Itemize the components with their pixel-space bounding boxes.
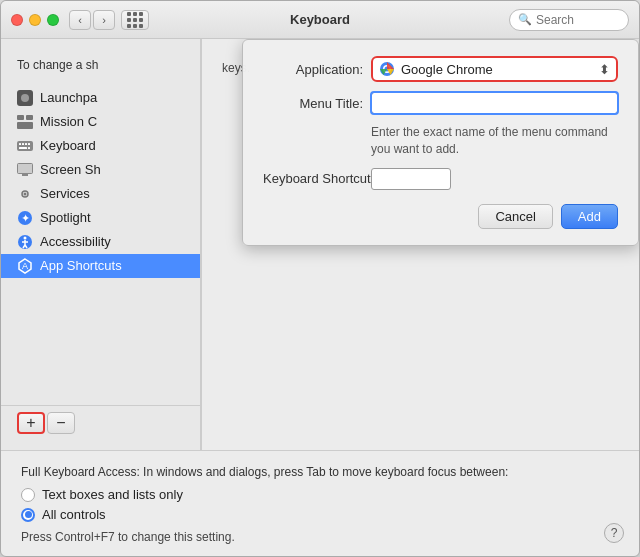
- window-title: Keyboard: [290, 12, 350, 27]
- svg-text:✦: ✦: [21, 212, 30, 224]
- help-button[interactable]: ?: [604, 523, 624, 543]
- svg-rect-9: [28, 143, 30, 145]
- keyboard-icon: [17, 138, 33, 154]
- application-label: Application:: [263, 62, 363, 77]
- sidebar-item-screen-shortcuts[interactable]: Screen Sh: [1, 158, 200, 182]
- keyboard-shortcut-row: Keyboard Shortcut:: [263, 168, 618, 190]
- radio-all-controls-label: All controls: [42, 507, 106, 522]
- main-panel: keys. ⇧⌘/ Application:: [202, 39, 639, 450]
- forward-button[interactable]: ›: [93, 10, 115, 30]
- search-bar[interactable]: 🔍: [509, 9, 629, 31]
- sidebar-item-launchpad[interactable]: Launchpa: [1, 86, 200, 110]
- svg-rect-10: [19, 147, 27, 149]
- spotlight-icon: ✦: [17, 210, 33, 226]
- add-button[interactable]: Add: [561, 204, 618, 229]
- popup-hint: Enter the exact name of the menu command…: [371, 124, 618, 158]
- remove-shortcut-button[interactable]: −: [47, 412, 75, 434]
- add-shortcut-button[interactable]: +: [17, 412, 45, 434]
- gear-icon: [17, 186, 33, 202]
- radio-text-boxes-label: Text boxes and lists only: [42, 487, 183, 502]
- sidebar-item-app-shortcuts[interactable]: A App Shortcuts: [1, 254, 200, 278]
- svg-rect-2: [17, 115, 24, 120]
- sidebar-item-services-label: Services: [40, 186, 90, 201]
- menu-title-label: Menu Title:: [263, 96, 363, 111]
- search-icon: 🔍: [518, 13, 532, 26]
- main-content: To change a sh Launchpa Mission C Keyboa…: [1, 39, 639, 450]
- bottom-bar: Full Keyboard Access: In windows and dia…: [1, 450, 639, 556]
- sidebar-item-keyboard-label: Keyboard: [40, 138, 96, 153]
- radio-item-all-controls[interactable]: All controls: [21, 507, 619, 522]
- svg-text:A: A: [22, 261, 28, 271]
- sidebar-description: To change a sh: [1, 49, 200, 86]
- traffic-lights: [11, 14, 59, 26]
- sidebar-item-mission-control-label: Mission C: [40, 114, 97, 129]
- add-shortcut-popup: Application: Google Chrome ⬍: [242, 39, 639, 246]
- radio-text-boxes[interactable]: [21, 488, 35, 502]
- maximize-button[interactable]: [47, 14, 59, 26]
- search-input[interactable]: [536, 13, 620, 27]
- sidebar-item-app-shortcuts-label: App Shortcuts: [40, 258, 122, 273]
- cancel-button[interactable]: Cancel: [478, 204, 552, 229]
- chrome-icon: [379, 61, 395, 77]
- selector-arrows-icon: ⬍: [599, 62, 610, 77]
- sidebar-bottom-buttons: + −: [1, 405, 200, 440]
- minimize-button[interactable]: [29, 14, 41, 26]
- sidebar: To change a sh Launchpa Mission C Keyboa…: [1, 39, 201, 450]
- sidebar-item-accessibility-label: Accessibility: [40, 234, 111, 249]
- radio-group: Text boxes and lists only All controls: [21, 487, 619, 522]
- sidebar-item-spotlight[interactable]: ✦ Spotlight: [1, 206, 200, 230]
- keyboard-shortcut-label: Keyboard Shortcut:: [263, 171, 363, 186]
- accessibility-icon: [17, 234, 33, 250]
- svg-rect-14: [22, 174, 28, 176]
- radio-item-text-boxes[interactable]: Text boxes and lists only: [21, 487, 619, 502]
- sidebar-item-spotlight-label: Spotlight: [40, 210, 91, 225]
- svg-rect-13: [18, 164, 32, 173]
- sidebar-item-services[interactable]: Services: [1, 182, 200, 206]
- app-shortcuts-icon: A: [17, 258, 33, 274]
- svg-rect-6: [19, 143, 21, 145]
- application-row: Application: Google Chrome ⬍: [263, 56, 618, 82]
- menu-title-input[interactable]: [371, 92, 618, 114]
- svg-rect-4: [17, 122, 33, 129]
- sidebar-item-screen-label: Screen Sh: [40, 162, 101, 177]
- svg-point-20: [24, 236, 27, 239]
- keyboard-preferences-window: ‹ › Keyboard 🔍 To change a sh La: [0, 0, 640, 557]
- svg-rect-7: [22, 143, 24, 145]
- sidebar-item-keyboard[interactable]: Keyboard: [1, 134, 200, 158]
- application-name: Google Chrome: [401, 62, 593, 77]
- sidebar-item-mission-control[interactable]: Mission C: [1, 110, 200, 134]
- popup-buttons: Cancel Add: [263, 204, 618, 229]
- svg-rect-3: [26, 115, 33, 120]
- screen-shortcuts-icon: [17, 162, 33, 178]
- mission-control-icon: [17, 114, 33, 130]
- sidebar-item-launchpad-label: Launchpa: [40, 90, 97, 105]
- nav-buttons: ‹ ›: [69, 10, 115, 30]
- titlebar: ‹ › Keyboard 🔍: [1, 1, 639, 39]
- launchpad-icon: [17, 90, 33, 106]
- close-button[interactable]: [11, 14, 23, 26]
- sidebar-item-accessibility[interactable]: Accessibility: [1, 230, 200, 254]
- radio-all-controls[interactable]: [21, 508, 35, 522]
- application-selector[interactable]: Google Chrome ⬍: [371, 56, 618, 82]
- svg-rect-5: [17, 141, 33, 151]
- change-hint: Press Control+F7 to change this setting.: [21, 530, 619, 544]
- keyboard-shortcut-input[interactable]: [371, 168, 451, 190]
- svg-rect-8: [25, 143, 27, 145]
- grid-button[interactable]: [121, 10, 149, 30]
- full-keyboard-access-label: Full Keyboard Access: In windows and dia…: [21, 465, 619, 479]
- svg-point-1: [21, 94, 29, 102]
- svg-rect-11: [28, 147, 30, 149]
- back-button[interactable]: ‹: [69, 10, 91, 30]
- menu-title-row: Menu Title:: [263, 92, 618, 114]
- svg-point-16: [24, 192, 27, 195]
